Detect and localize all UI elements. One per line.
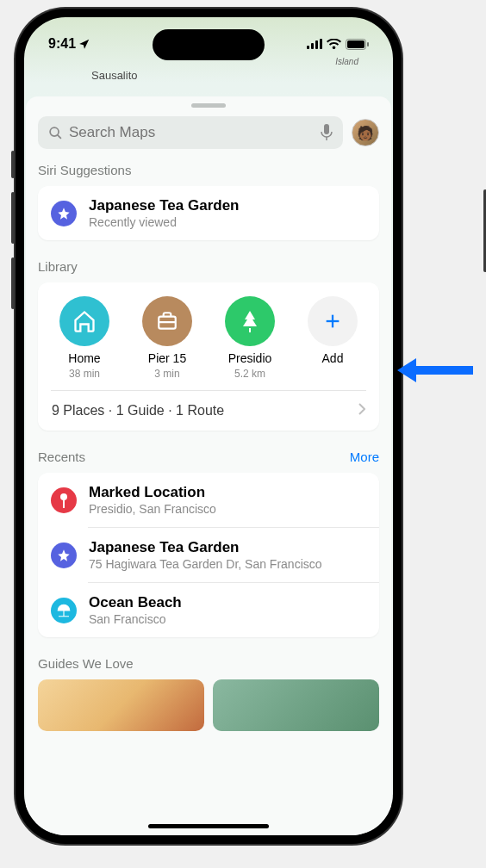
library-item-presidio[interactable]: Presidio 5.2 km (210, 296, 290, 380)
phone-frame: 9:41 Sausalito Island 🧑🏾 (16, 9, 402, 844)
battery-icon (346, 39, 369, 50)
svg-marker-17 (397, 358, 416, 382)
recent-title: Japanese Tea Garden (89, 539, 322, 556)
guides-header-label: Guides We Love (38, 656, 134, 671)
library-label: Presidio (228, 351, 272, 365)
map-label-island: Island (335, 57, 358, 66)
beach-umbrella-icon (51, 598, 77, 623)
map-background[interactable]: Sausalito Island (24, 60, 393, 96)
recent-title: Marked Location (89, 484, 216, 501)
svg-rect-9 (324, 124, 329, 134)
library-summary-row[interactable]: 9 Places · 1 Guide · 1 Route (38, 391, 379, 431)
recent-row-marked-location[interactable]: Marked Location Presidio, San Francisco (38, 473, 379, 527)
siri-suggestion-card: Japanese Tea Garden Recently viewed (38, 186, 379, 240)
svg-rect-1 (311, 43, 314, 49)
dynamic-island (153, 29, 265, 60)
briefcase-icon (142, 296, 192, 346)
star-icon (51, 201, 77, 226)
svg-rect-0 (307, 46, 309, 49)
location-services-icon (78, 38, 90, 50)
siri-suggestion-row[interactable]: Japanese Tea Garden Recently viewed (38, 186, 379, 240)
library-header: Library (38, 259, 379, 274)
recents-header: Recents More (38, 450, 379, 464)
recent-row-tea-garden[interactable]: Japanese Tea Garden 75 Hagiwara Tea Gard… (38, 528, 379, 582)
library-summary-text: 9 Places · 1 Guide · 1 Route (52, 403, 224, 418)
library-item-pier15[interactable]: Pier 15 3 min (128, 296, 207, 380)
recent-subtitle: San Francisco (89, 612, 182, 626)
recent-title: Ocean Beach (89, 594, 182, 611)
siri-suggestions-header: Siri Suggestions (38, 163, 379, 177)
recent-subtitle: 75 Hagiwara Tea Garden Dr, San Francisco (89, 557, 322, 571)
library-item-add[interactable]: Add (293, 296, 372, 380)
search-field[interactable] (38, 116, 343, 149)
plus-icon (308, 296, 358, 346)
svg-rect-2 (315, 40, 318, 49)
library-item-home[interactable]: Home 38 min (45, 296, 124, 380)
annotation-arrow-icon (397, 353, 475, 388)
map-label-sausalito: Sausalito (91, 69, 137, 82)
recents-header-label: Recents (38, 450, 85, 464)
search-input[interactable] (69, 124, 315, 141)
search-sheet: 🧑🏾 Siri Suggestions Japanese Tea Garden … (26, 96, 391, 835)
search-icon (48, 126, 63, 140)
guide-card[interactable] (38, 679, 204, 731)
library-label: Home (68, 351, 100, 365)
chevron-right-icon (358, 403, 365, 418)
library-card: Home 38 min Pier 15 3 min (38, 282, 379, 431)
home-indicator[interactable] (148, 824, 269, 828)
svg-rect-3 (320, 39, 322, 49)
library-sublabel: 5.2 km (234, 368, 265, 380)
profile-avatar[interactable]: 🧑🏾 (352, 119, 379, 146)
phone-screen: 9:41 Sausalito Island 🧑🏾 (24, 17, 393, 835)
library-label: Pier 15 (148, 351, 186, 365)
suggestion-title: Japanese Tea Garden (89, 197, 240, 214)
siri-header-label: Siri Suggestions (38, 163, 131, 177)
guides-header: Guides We Love (38, 656, 379, 671)
wifi-icon (327, 39, 341, 49)
pin-icon (51, 487, 77, 513)
svg-rect-5 (347, 40, 364, 48)
svg-point-7 (50, 127, 59, 136)
library-sublabel: 38 min (69, 368, 100, 380)
sheet-grabber[interactable] (191, 103, 226, 108)
guide-card[interactable] (213, 679, 379, 731)
home-icon (59, 296, 109, 346)
cellular-signal-icon (307, 39, 322, 49)
microphone-icon[interactable] (321, 124, 333, 141)
recents-more-link[interactable]: More (350, 450, 379, 464)
suggestion-subtitle: Recently viewed (89, 215, 240, 229)
recent-subtitle: Presidio, San Francisco (89, 502, 216, 516)
svg-rect-6 (367, 42, 369, 46)
star-icon (51, 542, 77, 568)
svg-rect-15 (63, 499, 65, 508)
recents-card: Marked Location Presidio, San Francisco … (38, 473, 379, 637)
library-sublabel: 3 min (154, 368, 179, 380)
recent-row-ocean-beach[interactable]: Ocean Beach San Francisco (38, 583, 379, 637)
svg-line-8 (58, 134, 61, 138)
library-header-label: Library (38, 259, 78, 274)
library-label: Add (322, 351, 344, 365)
svg-point-14 (60, 493, 67, 500)
tree-icon (225, 296, 275, 346)
status-time: 9:41 (48, 36, 76, 52)
